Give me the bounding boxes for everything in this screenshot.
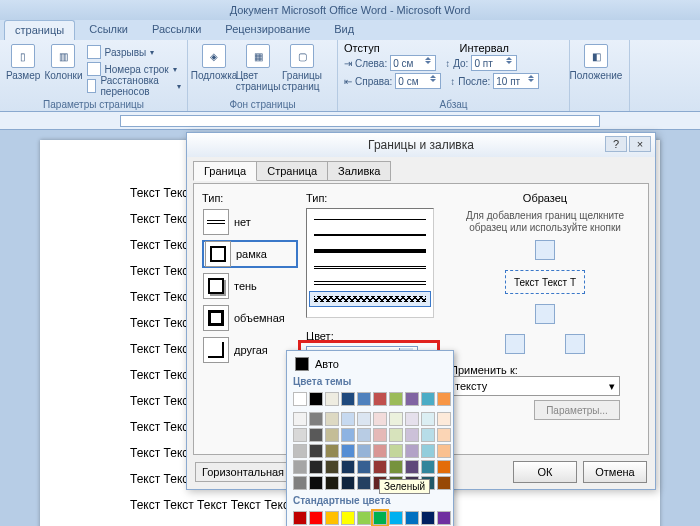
preview-bottom-button[interactable] [535, 304, 555, 324]
position-button[interactable]: ◧Положение [576, 42, 616, 109]
indent-left-input[interactable]: 0 см [390, 55, 436, 71]
color-swatch[interactable] [389, 428, 403, 442]
style-3d[interactable]: объемная [202, 304, 298, 332]
color-swatch[interactable] [357, 392, 371, 406]
color-swatch[interactable] [309, 392, 323, 406]
horizontal-ruler[interactable] [0, 112, 700, 130]
dialog-help-button[interactable]: ? [605, 136, 627, 152]
line-style-list[interactable] [306, 208, 434, 318]
color-swatch[interactable] [293, 511, 307, 525]
color-swatch[interactable] [421, 460, 435, 474]
color-swatch[interactable] [325, 511, 339, 525]
applyto-select[interactable]: тексту▾ [450, 376, 620, 396]
breaks-button[interactable]: Разрывы▾ [87, 44, 181, 60]
color-swatch[interactable] [341, 412, 355, 426]
line-zigzag[interactable] [309, 291, 431, 307]
ribbon-tab-view[interactable]: Вид [324, 20, 364, 40]
color-swatch[interactable] [309, 428, 323, 442]
color-swatch[interactable] [421, 412, 435, 426]
color-swatch[interactable] [293, 460, 307, 474]
color-swatch[interactable] [357, 444, 371, 458]
style-none[interactable]: нет [202, 208, 298, 236]
color-swatch[interactable] [325, 444, 339, 458]
indent-right-input[interactable]: 0 см [395, 73, 441, 89]
color-swatch[interactable] [437, 476, 451, 490]
ribbon-tab-page[interactable]: страницы [4, 20, 75, 40]
tab-border[interactable]: Граница [193, 161, 257, 181]
preview-left-button[interactable] [505, 334, 525, 354]
color-swatch[interactable] [373, 511, 387, 525]
color-swatch[interactable] [293, 476, 307, 490]
color-swatch[interactable] [357, 511, 371, 525]
preview-sample[interactable]: Текст Текст Т [505, 270, 585, 294]
ribbon-tab-mail[interactable]: Рассылки [142, 20, 211, 40]
color-swatch[interactable] [357, 428, 371, 442]
color-swatch[interactable] [357, 412, 371, 426]
color-swatch[interactable] [405, 428, 419, 442]
preview-top-button[interactable] [535, 240, 555, 260]
style-custom[interactable]: другая [202, 336, 298, 364]
spacing-after-input[interactable]: 10 пт [493, 73, 539, 89]
color-swatch[interactable] [325, 428, 339, 442]
color-swatch[interactable] [325, 412, 339, 426]
color-swatch[interactable] [405, 460, 419, 474]
color-swatch[interactable] [309, 476, 323, 490]
spacing-before-input[interactable]: 0 пт [471, 55, 517, 71]
color-swatch[interactable] [421, 428, 435, 442]
color-swatch[interactable] [309, 412, 323, 426]
color-swatch[interactable] [389, 392, 403, 406]
preview-right-button[interactable] [565, 334, 585, 354]
line-thicker[interactable] [309, 243, 431, 259]
color-swatch[interactable] [325, 460, 339, 474]
color-swatch[interactable] [293, 428, 307, 442]
color-swatch[interactable] [341, 476, 355, 490]
hyphenation-button[interactable]: Расстановка переносов▾ [87, 78, 181, 94]
color-swatch[interactable] [389, 444, 403, 458]
color-swatch[interactable] [293, 444, 307, 458]
style-box[interactable]: рамка [202, 240, 298, 268]
color-swatch[interactable] [341, 444, 355, 458]
color-swatch[interactable] [373, 412, 387, 426]
color-swatch[interactable] [341, 511, 355, 525]
color-auto-row[interactable]: Авто [291, 355, 449, 373]
color-swatch[interactable] [373, 428, 387, 442]
color-swatch[interactable] [421, 444, 435, 458]
color-swatch[interactable] [341, 428, 355, 442]
color-swatch[interactable] [405, 412, 419, 426]
color-swatch[interactable] [389, 460, 403, 474]
ribbon-tab-review[interactable]: Рецензирование [215, 20, 320, 40]
dialog-close-button[interactable]: × [629, 136, 651, 152]
parameters-button[interactable]: Параметры... [534, 400, 620, 420]
color-swatch[interactable] [421, 392, 435, 406]
color-swatch[interactable] [341, 460, 355, 474]
color-swatch[interactable] [325, 392, 339, 406]
color-swatch[interactable] [293, 392, 307, 406]
color-swatch[interactable] [405, 511, 419, 525]
color-swatch[interactable] [437, 444, 451, 458]
color-swatch[interactable] [357, 476, 371, 490]
color-swatch[interactable] [325, 476, 339, 490]
color-swatch[interactable] [357, 460, 371, 474]
line-double2[interactable] [309, 275, 431, 291]
color-swatch[interactable] [421, 511, 435, 525]
color-swatch[interactable] [437, 428, 451, 442]
color-swatch[interactable] [373, 444, 387, 458]
color-swatch[interactable] [437, 412, 451, 426]
tab-page[interactable]: Страница [256, 161, 328, 181]
color-swatch[interactable] [437, 511, 451, 525]
color-swatch[interactable] [389, 511, 403, 525]
color-swatch[interactable] [341, 392, 355, 406]
line-solid[interactable] [309, 211, 431, 227]
ok-button[interactable]: ОК [513, 461, 577, 483]
line-double[interactable] [309, 259, 431, 275]
color-swatch[interactable] [389, 412, 403, 426]
color-swatch[interactable] [309, 444, 323, 458]
color-swatch[interactable] [373, 392, 387, 406]
color-swatch[interactable] [309, 511, 323, 525]
color-swatch[interactable] [309, 460, 323, 474]
color-swatch[interactable] [405, 444, 419, 458]
tab-shading[interactable]: Заливка [327, 161, 391, 181]
cancel-button[interactable]: Отмена [583, 461, 647, 483]
dialog-title-bar[interactable]: Границы и заливка ? × [187, 133, 655, 157]
color-swatch[interactable] [437, 392, 451, 406]
